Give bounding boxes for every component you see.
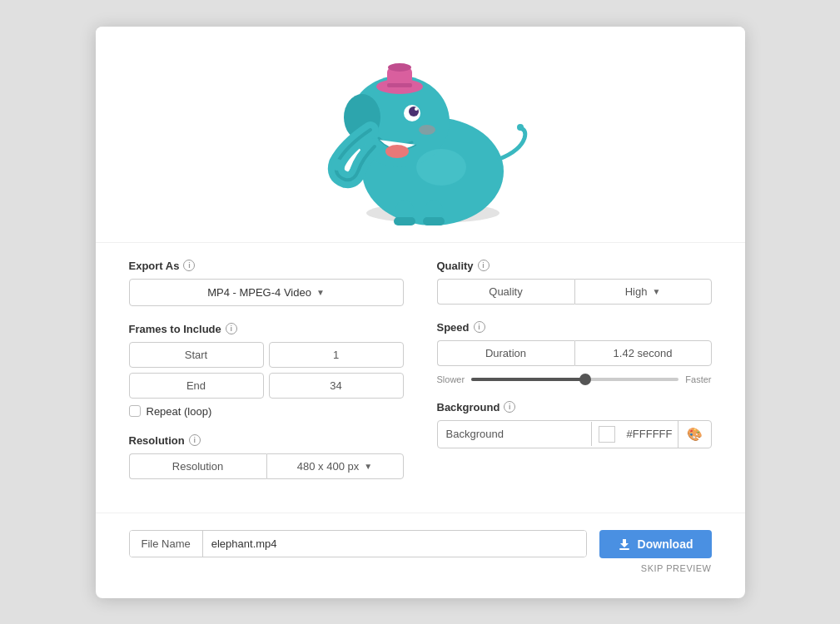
- resolution-right[interactable]: 480 x 400 px ▼: [266, 453, 404, 479]
- resolution-value: 480 x 400 px: [297, 460, 359, 473]
- export-label: Export As i: [129, 260, 404, 272]
- svg-point-19: [416, 149, 466, 186]
- bg-hex-value[interactable]: #FFFFFF: [622, 422, 678, 446]
- resolution-info-icon[interactable]: i: [189, 434, 201, 446]
- export-value: MP4 - MPEG-4 Video: [207, 286, 311, 299]
- repeat-checkbox[interactable]: [129, 405, 141, 417]
- bottom-row: File Name Download: [96, 522, 745, 558]
- bg-picker-icon[interactable]: 🎨: [678, 421, 711, 448]
- preview-area: [96, 27, 745, 243]
- svg-rect-20: [619, 548, 629, 550]
- svg-point-6: [388, 63, 411, 72]
- download-button[interactable]: Download: [599, 530, 712, 558]
- slider-thumb[interactable]: [579, 374, 591, 385]
- download-btn-label: Download: [638, 537, 693, 551]
- slower-label: Slower: [437, 374, 465, 384]
- bg-cell-label: Background: [438, 422, 592, 446]
- export-label-text: Export As: [129, 260, 180, 272]
- faster-label: Faster: [685, 374, 711, 384]
- duration-label: Duration: [437, 340, 574, 366]
- form-area: Export As i MP4 - MPEG-4 Video ▼ Frames …: [96, 243, 745, 504]
- svg-point-11: [331, 159, 343, 171]
- quality-label: Quality i: [437, 260, 712, 272]
- export-dialog: Export As i MP4 - MPEG-4 Video ▼ Frames …: [96, 27, 745, 598]
- frames-info-icon[interactable]: i: [226, 323, 237, 334]
- quality-row: Quality High ▼: [437, 279, 712, 305]
- repeat-label: Repeat (loop): [147, 405, 212, 418]
- frames-grid: Start 1 End 34: [129, 342, 404, 399]
- svg-rect-7: [387, 83, 412, 87]
- slider-fill: [471, 378, 585, 381]
- export-select[interactable]: MP4 - MPEG-4 Video ▼: [129, 279, 404, 306]
- svg-rect-15: [394, 217, 415, 225]
- svg-point-17: [517, 124, 524, 131]
- speed-label: Speed i: [437, 321, 712, 334]
- export-arrow-icon: ▼: [316, 288, 325, 297]
- background-info-icon[interactable]: i: [504, 401, 515, 413]
- quality-arrow-icon: ▼: [652, 287, 660, 296]
- resolution-left: Resolution: [129, 453, 266, 479]
- filename-label: File Name: [130, 531, 203, 557]
- background-label: Background i: [437, 401, 712, 414]
- speed-section: Speed i Duration 1.42 second Slower Fast: [437, 321, 712, 384]
- quality-info-icon[interactable]: i: [478, 260, 490, 271]
- divider: [96, 513, 745, 513]
- duration-value: 1.42 second: [574, 340, 712, 366]
- svg-point-10: [415, 107, 418, 111]
- svg-point-18: [419, 125, 435, 135]
- resolution-label: Resolution i: [129, 434, 404, 447]
- speed-row: Duration 1.42 second: [437, 340, 712, 366]
- frames-label: Frames to Include i: [129, 323, 404, 335]
- skip-preview-text[interactable]: SKIP PREVIEW: [96, 563, 745, 573]
- download-icon: [618, 537, 631, 551]
- end-value[interactable]: 34: [269, 373, 404, 399]
- svg-rect-16: [423, 217, 445, 225]
- speed-slider[interactable]: [471, 378, 678, 381]
- speed-info-icon[interactable]: i: [474, 321, 485, 333]
- resolution-arrow-icon: ▼: [364, 462, 372, 471]
- slider-row: Slower Faster: [437, 374, 712, 384]
- end-label: End: [129, 373, 264, 399]
- start-value[interactable]: 1: [269, 342, 404, 368]
- resolution-row: Resolution 480 x 400 px ▼: [129, 453, 404, 479]
- elephant-illustration: [304, 38, 537, 230]
- quality-value: High: [625, 285, 648, 298]
- resolution-section: Resolution i Resolution 480 x 400 px ▼: [129, 434, 404, 479]
- repeat-row: Repeat (loop): [129, 405, 404, 418]
- frames-label-text: Frames to Include: [129, 323, 221, 335]
- quality-left: Quality: [437, 279, 574, 305]
- background-label-text: Background: [437, 401, 500, 414]
- export-info-icon[interactable]: i: [183, 260, 195, 271]
- quality-right[interactable]: High ▼: [574, 279, 712, 305]
- bg-color-swatch[interactable]: [599, 426, 615, 443]
- quality-section: Quality i Quality High ▼: [437, 260, 712, 305]
- filename-input[interactable]: [203, 531, 586, 557]
- start-label: Start: [129, 342, 264, 368]
- filename-row: File Name: [129, 530, 587, 557]
- speed-label-text: Speed: [437, 321, 470, 334]
- svg-point-12: [385, 145, 409, 158]
- quality-label-text: Quality: [437, 260, 474, 272]
- frames-section: Frames to Include i Start 1 End 34 Repea…: [129, 323, 404, 418]
- background-section: Background i Background #FFFFFF 🎨: [437, 401, 712, 448]
- export-section: Export As i MP4 - MPEG-4 Video ▼: [129, 260, 404, 306]
- resolution-label-text: Resolution: [129, 434, 185, 447]
- background-row: Background #FFFFFF 🎨: [437, 420, 712, 448]
